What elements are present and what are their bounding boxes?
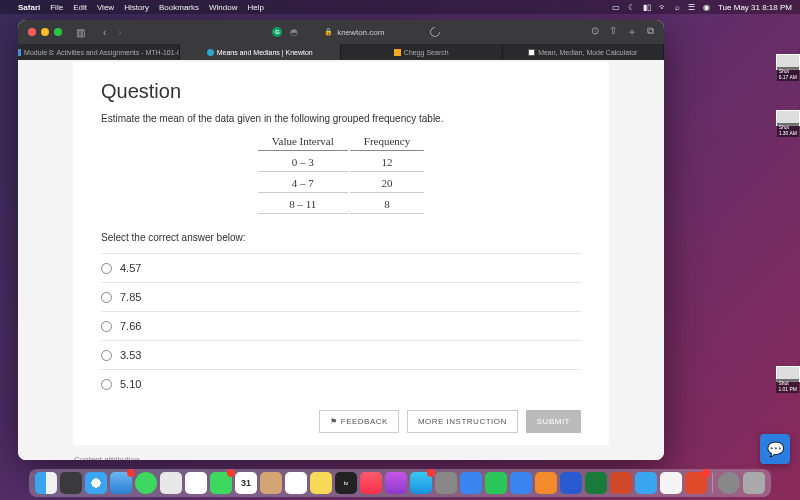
dock-zoom-icon[interactable]	[460, 472, 482, 494]
menu-history[interactable]: History	[124, 3, 149, 12]
tab-calculator[interactable]: Mean, Median, Mode Calculator	[503, 44, 665, 60]
answer-option[interactable]: 4.57	[101, 253, 581, 282]
answer-option[interactable]: 5.10	[101, 369, 581, 398]
desktop-thumbnails: Shot6.17 AM Shot1.30 AM Shot1.01 PM	[776, 54, 800, 382]
lock-icon: 🔒	[324, 28, 333, 36]
menu-view[interactable]: View	[97, 3, 114, 12]
downloads-icon[interactable]: ⊙	[591, 25, 599, 39]
page-content: Question Estimate the mean of the data g…	[18, 60, 664, 460]
dock-podcasts-icon[interactable]	[385, 472, 407, 494]
dock-downloads-icon[interactable]	[718, 472, 740, 494]
submit-button[interactable]: SUBMIT	[526, 410, 581, 433]
card-actions: ⚑FEEDBACK MORE INSTRUCTION SUBMIT	[101, 410, 581, 433]
dock-app-icon[interactable]	[635, 472, 657, 494]
url-host: knewton.com	[337, 28, 384, 37]
badge-icon	[227, 469, 235, 477]
dock-notes-icon[interactable]	[310, 472, 332, 494]
dock-tv-icon[interactable]: tv	[335, 472, 357, 494]
status-screen-icon[interactable]: ▭	[612, 3, 620, 12]
dock-facetime-icon[interactable]	[210, 472, 232, 494]
dock-separator	[712, 473, 713, 493]
tab-module8[interactable]: Module 8: Activities and Assignments - M…	[18, 44, 180, 60]
menu-window[interactable]: Window	[209, 3, 237, 12]
dock-appstore-icon[interactable]	[410, 472, 432, 494]
select-answer-prompt: Select the correct answer below:	[101, 232, 581, 243]
chat-fab-button[interactable]: 💬	[760, 434, 790, 464]
close-button[interactable]	[28, 28, 36, 36]
dock-maps-icon[interactable]	[160, 472, 182, 494]
more-instruction-button[interactable]: MORE INSTRUCTION	[407, 410, 518, 433]
sidebar-toggle-icon[interactable]: ▥	[76, 27, 85, 38]
maximize-button[interactable]	[54, 28, 62, 36]
answer-option[interactable]: 7.85	[101, 282, 581, 311]
menu-app-name[interactable]: Safari	[18, 3, 40, 12]
tabs-overview-icon[interactable]: ⧉	[647, 25, 654, 39]
menu-file[interactable]: File	[50, 3, 63, 12]
menu-bookmarks[interactable]: Bookmarks	[159, 3, 199, 12]
tab-favicon-icon	[18, 49, 21, 56]
flag-icon: ⚑	[330, 417, 338, 426]
dock-messages-icon[interactable]	[135, 472, 157, 494]
share-icon[interactable]: ⇧	[609, 25, 617, 39]
table-header-freq: Frequency	[350, 132, 424, 151]
tab-label: Means and Medians | Knewton	[217, 49, 313, 56]
status-siri-icon[interactable]: ◉	[703, 3, 710, 12]
dock-powerpoint-icon[interactable]	[610, 472, 632, 494]
status-search-icon[interactable]: ⌕	[675, 3, 680, 12]
dock-music-icon[interactable]	[360, 472, 382, 494]
badge-icon	[127, 469, 135, 477]
dock-contacts-icon[interactable]	[260, 472, 282, 494]
screenshot-thumb[interactable]: Shot6.17 AM	[776, 54, 800, 70]
table-header-interval: Value Interval	[258, 132, 348, 151]
table-row: 8 – 118	[258, 195, 424, 214]
back-button[interactable]: ‹	[103, 27, 106, 38]
screenshot-thumb[interactable]: Shot1.30 AM	[776, 110, 800, 126]
dock-launchpad-icon[interactable]	[60, 472, 82, 494]
menu-help[interactable]: Help	[247, 3, 263, 12]
dock-calendar-icon[interactable]: 31	[235, 472, 257, 494]
dock-reminders-icon[interactable]	[285, 472, 307, 494]
forward-button[interactable]: ›	[118, 27, 121, 38]
dock-canvas-icon[interactable]	[685, 472, 707, 494]
dock-settings-icon[interactable]	[435, 472, 457, 494]
frequency-table: Value IntervalFrequency 0 – 312 4 – 720 …	[256, 130, 426, 216]
screenshot-thumb[interactable]: Shot1.01 PM	[776, 366, 800, 382]
status-datetime[interactable]: Tue May 31 8:18 PM	[718, 3, 792, 12]
menu-edit[interactable]: Edit	[73, 3, 87, 12]
status-dnd-icon[interactable]: ☾	[628, 3, 635, 12]
dock-numbers-icon[interactable]	[485, 472, 507, 494]
dock-app-icon[interactable]	[660, 472, 682, 494]
question-prompt: Estimate the mean of the data given in t…	[101, 113, 581, 124]
feedback-button[interactable]: ⚑FEEDBACK	[319, 410, 399, 433]
tab-favicon-icon	[207, 49, 214, 56]
dock-finder-icon[interactable]	[35, 472, 57, 494]
minimize-button[interactable]	[41, 28, 49, 36]
answer-option[interactable]: 3.53	[101, 340, 581, 369]
answer-label: 5.10	[120, 378, 141, 390]
status-battery-icon[interactable]: ▮▯	[643, 3, 651, 12]
dock-safari-icon[interactable]	[85, 472, 107, 494]
macos-dock: 31 tv	[29, 469, 771, 497]
dock-pages-icon[interactable]	[535, 472, 557, 494]
tab-label: Chegg Search	[404, 49, 449, 56]
content-attribution[interactable]: Content attribution	[74, 455, 664, 460]
tab-chegg[interactable]: Chegg Search	[341, 44, 503, 60]
answer-option[interactable]: 7.66	[101, 311, 581, 340]
dock-mail-icon[interactable]	[110, 472, 132, 494]
dock-word-icon[interactable]	[560, 472, 582, 494]
dock-photos-icon[interactable]	[185, 472, 207, 494]
status-control-center-icon[interactable]: ☰	[688, 3, 695, 12]
grammarly-extension-icon[interactable]: G	[272, 27, 282, 37]
reload-button[interactable]	[428, 25, 442, 39]
dock-trash-icon[interactable]	[743, 472, 765, 494]
table-row: 0 – 312	[258, 153, 424, 172]
new-tab-icon[interactable]: ＋	[627, 25, 637, 39]
dock-keynote-icon[interactable]	[510, 472, 532, 494]
radio-icon	[101, 263, 112, 274]
address-bar[interactable]: 🔒 knewton.com	[324, 28, 384, 37]
dock-excel-icon[interactable]	[585, 472, 607, 494]
privacy-shield-icon[interactable]: ◓	[290, 27, 298, 37]
tab-knewton[interactable]: Means and Medians | Knewton	[180, 44, 342, 60]
chat-icon: 💬	[767, 441, 784, 457]
status-wifi-icon[interactable]: ᯤ	[659, 3, 667, 12]
